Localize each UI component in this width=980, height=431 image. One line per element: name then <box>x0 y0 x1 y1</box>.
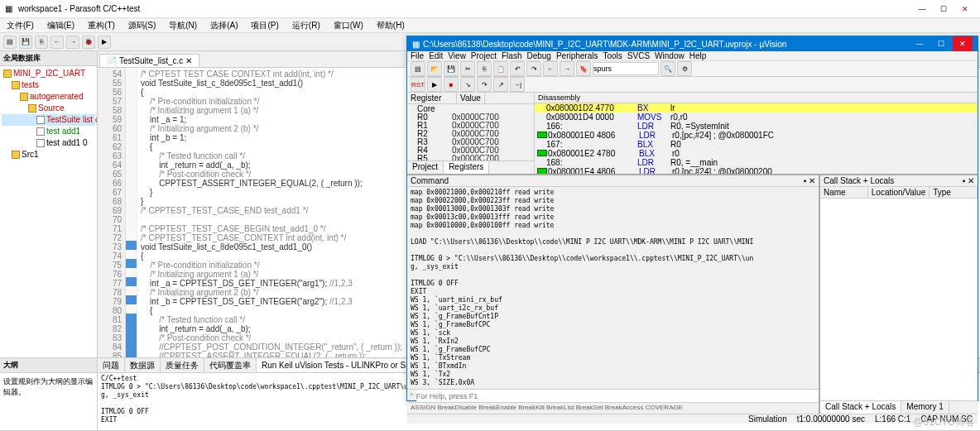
disasm-row[interactable]: 0x080001E4 4806LDRr0,[pc,#24] ; @0x08000… <box>535 167 978 174</box>
back-icon[interactable]: ← <box>543 61 558 76</box>
tree-item[interactable]: Source <box>2 103 95 114</box>
menu-item[interactable]: Flash <box>502 51 521 60</box>
disasm-row[interactable]: 167:BLXR0 <box>535 140 978 149</box>
cut-icon[interactable]: ✂ <box>460 61 475 76</box>
close-tab-icon[interactable]: ✕ <box>185 56 192 65</box>
tree-item[interactable]: Src1 <box>2 149 95 160</box>
menu-item[interactable]: Tools <box>603 51 622 60</box>
menu-item[interactable]: 项目(P) <box>247 20 281 31</box>
run-icon[interactable]: ▶ <box>98 36 111 49</box>
save-icon[interactable]: 💾 <box>444 61 459 76</box>
run-to-icon[interactable]: →| <box>510 77 525 92</box>
menu-item[interactable]: 运行(R) <box>289 20 324 31</box>
search-input[interactable] <box>593 62 659 75</box>
disasm-row[interactable]: 0x080001D2 4770BXlr <box>535 103 978 113</box>
reg-col-val: Value <box>457 93 485 103</box>
menu-item[interactable]: SVCS <box>627 51 650 60</box>
tree-item[interactable]: autogenerated <box>2 91 95 103</box>
console-tab[interactable]: 质量任务 <box>161 358 204 373</box>
step-out-icon[interactable]: ↗ <box>493 77 508 92</box>
tree-item[interactable]: MINI_P_I2C_UART <box>2 68 95 79</box>
debug-icon[interactable]: 🐞 <box>82 36 95 49</box>
tab-memory[interactable]: Memory 1 <box>901 401 949 414</box>
menu-item[interactable]: Window <box>655 51 685 60</box>
command-output[interactable]: map 0x00021000,0x000210ff read write map… <box>407 187 819 389</box>
console-tab[interactable]: 数据源 <box>125 358 161 373</box>
disasm-row[interactable]: 166:LDRR0, =SystemInit <box>535 122 978 131</box>
console-tab[interactable]: 代码覆盖率 <box>204 358 257 373</box>
editor-tab[interactable]: 📄 TestSuite_list_c.c ✕ <box>99 54 199 67</box>
project-tree[interactable]: MINI_P_I2C_UARTtestsautogeneratedSourceT… <box>0 66 97 162</box>
open-icon[interactable]: 📂 <box>427 61 442 76</box>
menu-item[interactable]: 编辑(E) <box>44 20 78 31</box>
tab-project[interactable]: Project <box>407 161 444 174</box>
config-icon[interactable]: ⚙ <box>677 61 692 76</box>
tree-item[interactable]: TestSuite list c Udesc <box>2 114 95 126</box>
redo-icon[interactable]: ↷ <box>526 61 541 76</box>
menu-item[interactable]: File <box>411 51 424 60</box>
saveall-icon[interactable]: ⎘ <box>35 36 48 49</box>
reset-icon[interactable]: RST <box>411 77 425 92</box>
stack-body[interactable] <box>820 199 978 400</box>
tree-item[interactable]: test add1 0 <box>2 137 95 149</box>
disasm-row[interactable]: 0x080001D4 0000MOVSr0,r0 <box>535 113 978 122</box>
tree-item[interactable]: tests <box>2 79 95 91</box>
minimize-button[interactable]: — <box>912 2 932 17</box>
stack-close-icon[interactable]: ▪ ✕ <box>963 176 974 185</box>
uvision-titlebar[interactable]: ▦ C:\Users\86138\Desktop\code\MINI_P_I2C… <box>407 36 978 51</box>
dis-header: Disassembly <box>535 93 978 103</box>
menu-item[interactable]: 帮助(H) <box>373 20 408 31</box>
bookmark-icon[interactable]: 🔖 <box>576 61 591 76</box>
uv-close-button[interactable]: ✕ <box>953 36 973 51</box>
col-name: Name <box>820 187 868 198</box>
save-icon[interactable]: 💾 <box>19 36 32 49</box>
stop-icon[interactable]: ■ <box>444 77 459 92</box>
menu-item[interactable]: 选择(A) <box>207 20 241 31</box>
menu-item[interactable]: 重构(T) <box>84 20 118 31</box>
close-button[interactable]: ✕ <box>955 2 975 17</box>
new-icon[interactable]: ▤ <box>3 36 17 49</box>
copy-icon[interactable]: ⎘ <box>477 61 492 76</box>
command-input[interactable] <box>416 390 819 402</box>
undo-icon[interactable]: ↶ <box>510 61 525 76</box>
step-in-icon[interactable]: ↘ <box>460 77 475 92</box>
col-type: Type <box>930 187 978 198</box>
new-file-icon[interactable]: ▤ <box>411 61 425 76</box>
command-input-row: > <box>407 389 819 402</box>
step-over-icon[interactable]: ↷ <box>477 77 492 92</box>
console-tab[interactable]: 问题 <box>98 358 125 373</box>
registers-list[interactable]: CoreR00x0000C700R10x0000C700R20x0000C700… <box>407 104 534 160</box>
menu-item[interactable]: Debug <box>526 51 550 60</box>
disasm-row[interactable]: 168:LDRR0, =__main <box>535 158 978 167</box>
tab-callstack[interactable]: Call Stack + Locals <box>820 401 901 414</box>
uv-maximize-button[interactable]: ☐ <box>931 36 951 51</box>
cmd-close-icon[interactable]: ▪ ✕ <box>804 176 815 185</box>
menu-item[interactable]: Help <box>689 51 707 60</box>
menu-item[interactable]: 导航(N) <box>166 20 200 31</box>
disasm-row[interactable]: 0x080001E0 4806LDRr0,[pc,#24] ; @0x08000… <box>535 131 978 140</box>
forward-icon[interactable]: → <box>66 36 79 49</box>
disassembly-list[interactable]: 0x080001D2 4770BXlr0x080001D4 0000MOVSr0… <box>535 103 978 174</box>
register-row[interactable]: R50x0000C700 <box>409 155 532 160</box>
tree-item[interactable]: test add1 <box>2 126 95 137</box>
tab-registers[interactable]: Registers <box>444 161 489 174</box>
maximize-button[interactable]: ☐ <box>934 2 954 17</box>
task-text: 设置规则作为大纲的显示编辑器。 <box>0 373 97 401</box>
menu-item[interactable]: Project <box>471 51 497 60</box>
run-icon[interactable]: ▶ <box>427 77 442 92</box>
title-text: workspace1 - Parasoft C/C++test <box>18 4 140 13</box>
fwd-icon[interactable]: → <box>560 61 574 76</box>
menu-item[interactable]: Peripherals <box>556 51 598 60</box>
back-icon[interactable]: ← <box>50 36 64 49</box>
menu-item[interactable]: Edit <box>429 51 443 60</box>
uv-minimize-button[interactable]: — <box>910 36 930 51</box>
paste-icon[interactable]: 📋 <box>493 61 508 76</box>
menu-item[interactable]: 文件(F) <box>3 20 37 31</box>
menu-item[interactable]: 源码(S) <box>125 20 159 31</box>
breakpoint-margin[interactable] <box>126 68 137 357</box>
menu-item[interactable]: 窗口(W) <box>330 20 367 31</box>
find-icon[interactable]: 🔍 <box>661 61 675 76</box>
uv-app-icon: ▦ <box>412 40 420 49</box>
menu-item[interactable]: View <box>448 51 466 60</box>
disasm-row[interactable]: 0x080001E2 4780BLXr0 <box>535 149 978 158</box>
